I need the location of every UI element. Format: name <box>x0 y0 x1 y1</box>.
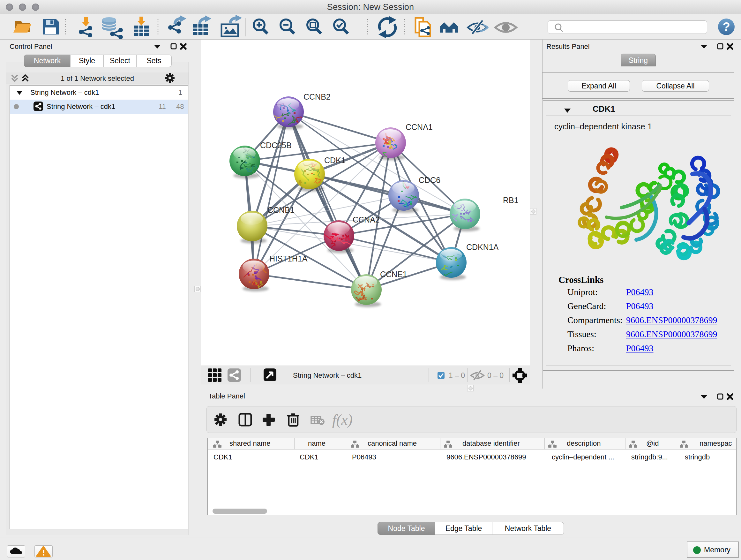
svg-text:1 – 0: 1 – 0 <box>449 371 465 380</box>
svg-text:CDKN1A: CDKN1A <box>466 243 499 252</box>
svg-text:CCNE1: CCNE1 <box>380 270 407 279</box>
svg-text:CCNA2: CCNA2 <box>353 215 380 224</box>
svg-text:f(x): f(x) <box>332 412 353 428</box>
svg-text:CDK1: CDK1 <box>324 156 346 165</box>
svg-text:?: ? <box>723 20 730 34</box>
svg-text:CCNB2: CCNB2 <box>304 92 331 101</box>
svg-text:CDC6: CDC6 <box>419 176 441 185</box>
svg-text:HIST1H1A: HIST1H1A <box>269 254 308 263</box>
svg-text:RB1: RB1 <box>503 196 519 205</box>
svg-text:CCNA1: CCNA1 <box>406 123 433 132</box>
svg-text:CCNB1: CCNB1 <box>267 206 294 214</box>
svg-text:0 – 0: 0 – 0 <box>487 371 503 380</box>
svg-text:CDC25B: CDC25B <box>260 141 292 150</box>
